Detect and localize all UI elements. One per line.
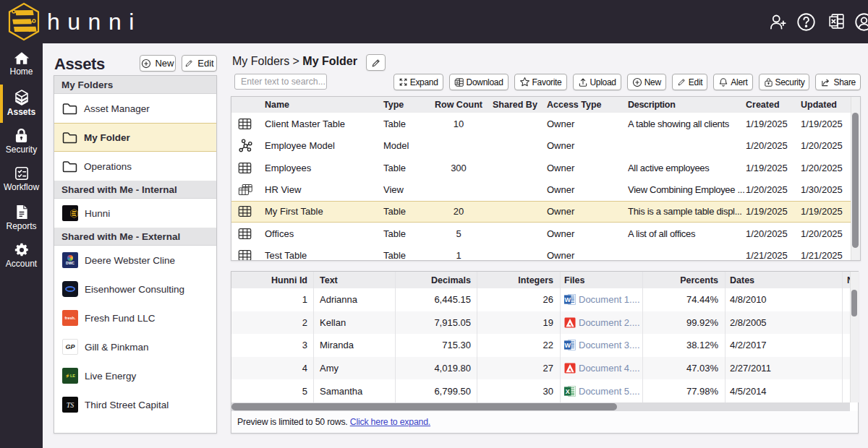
svg-text:W: W [565, 342, 571, 349]
svg-text:X: X [566, 387, 570, 395]
svg-text:W: W [565, 296, 571, 303]
